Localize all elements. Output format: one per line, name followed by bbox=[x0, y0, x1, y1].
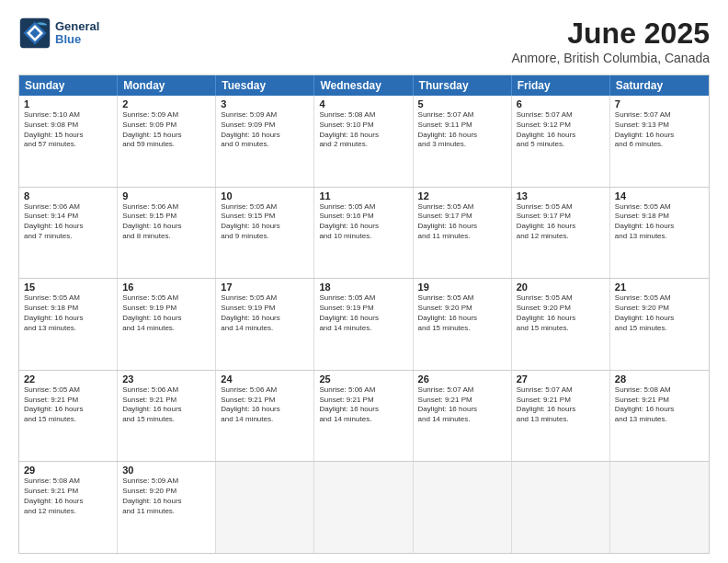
header-day-friday: Friday bbox=[512, 75, 610, 96]
day-info: Sunrise: 5:07 AM Sunset: 9:13 PM Dayligh… bbox=[615, 110, 704, 150]
cal-cell-day-14: 14Sunrise: 5:05 AM Sunset: 9:18 PM Dayli… bbox=[610, 188, 709, 279]
day-number: 3 bbox=[221, 98, 309, 109]
day-info: Sunrise: 5:05 AM Sunset: 9:15 PM Dayligh… bbox=[221, 202, 309, 242]
cal-cell-day-17: 17Sunrise: 5:05 AM Sunset: 9:19 PM Dayli… bbox=[216, 279, 314, 370]
day-number: 22 bbox=[24, 373, 112, 385]
day-number: 24 bbox=[221, 373, 309, 385]
cal-cell-day-1: 1Sunrise: 5:10 AM Sunset: 9:08 PM Daylig… bbox=[19, 96, 118, 187]
cal-cell-day-21: 21Sunrise: 5:05 AM Sunset: 9:20 PM Dayli… bbox=[610, 279, 709, 370]
day-number: 15 bbox=[24, 282, 112, 293]
cal-cell-day-27: 27Sunrise: 5:07 AM Sunset: 9:21 PM Dayli… bbox=[512, 371, 610, 462]
cal-cell-empty bbox=[414, 462, 512, 553]
day-number: 26 bbox=[418, 373, 506, 385]
cal-cell-day-24: 24Sunrise: 5:06 AM Sunset: 9:21 PM Dayli… bbox=[216, 371, 314, 462]
cal-cell-empty bbox=[216, 462, 314, 553]
day-number: 8 bbox=[24, 190, 112, 201]
day-info: Sunrise: 5:06 AM Sunset: 9:21 PM Dayligh… bbox=[122, 385, 210, 425]
day-number: 27 bbox=[517, 373, 605, 385]
cal-cell-day-28: 28Sunrise: 5:08 AM Sunset: 9:21 PM Dayli… bbox=[610, 371, 709, 462]
day-info: Sunrise: 5:09 AM Sunset: 9:09 PM Dayligh… bbox=[122, 110, 210, 150]
day-info: Sunrise: 5:07 AM Sunset: 9:11 PM Dayligh… bbox=[418, 110, 506, 150]
cal-cell-day-29: 29Sunrise: 5:08 AM Sunset: 9:21 PM Dayli… bbox=[19, 462, 118, 553]
day-info: Sunrise: 5:05 AM Sunset: 9:19 PM Dayligh… bbox=[319, 293, 407, 333]
day-number: 12 bbox=[418, 190, 506, 201]
cal-cell-day-5: 5Sunrise: 5:07 AM Sunset: 9:11 PM Daylig… bbox=[414, 96, 512, 187]
logo-text: General Blue bbox=[55, 20, 99, 47]
day-info: Sunrise: 5:05 AM Sunset: 9:20 PM Dayligh… bbox=[418, 293, 506, 333]
day-number: 11 bbox=[319, 190, 407, 201]
day-info: Sunrise: 5:06 AM Sunset: 9:21 PM Dayligh… bbox=[319, 385, 407, 425]
cal-cell-day-8: 8Sunrise: 5:06 AM Sunset: 9:14 PM Daylig… bbox=[19, 188, 118, 279]
cal-week-3: 15Sunrise: 5:05 AM Sunset: 9:18 PM Dayli… bbox=[19, 278, 709, 370]
cal-cell-day-7: 7Sunrise: 5:07 AM Sunset: 9:13 PM Daylig… bbox=[610, 96, 709, 187]
day-info: Sunrise: 5:05 AM Sunset: 9:16 PM Dayligh… bbox=[319, 202, 407, 242]
day-number: 10 bbox=[221, 190, 309, 201]
cal-cell-day-20: 20Sunrise: 5:05 AM Sunset: 9:20 PM Dayli… bbox=[512, 279, 610, 370]
cal-week-2: 8Sunrise: 5:06 AM Sunset: 9:14 PM Daylig… bbox=[19, 187, 709, 279]
day-number: 28 bbox=[615, 373, 704, 385]
logo-line1: General bbox=[55, 19, 99, 33]
header-day-tuesday: Tuesday bbox=[216, 75, 314, 96]
cal-cell-day-2: 2Sunrise: 5:09 AM Sunset: 9:09 PM Daylig… bbox=[118, 96, 216, 187]
cal-cell-empty bbox=[512, 462, 610, 553]
cal-cell-empty bbox=[610, 462, 709, 553]
cal-cell-day-23: 23Sunrise: 5:06 AM Sunset: 9:21 PM Dayli… bbox=[118, 371, 216, 462]
cal-week-5: 29Sunrise: 5:08 AM Sunset: 9:21 PM Dayli… bbox=[19, 461, 709, 553]
calendar-header: SundayMondayTuesdayWednesdayThursdayFrid… bbox=[19, 75, 709, 96]
day-info: Sunrise: 5:08 AM Sunset: 9:21 PM Dayligh… bbox=[615, 385, 704, 425]
day-number: 13 bbox=[517, 190, 605, 201]
cal-cell-day-6: 6Sunrise: 5:07 AM Sunset: 9:12 PM Daylig… bbox=[512, 96, 610, 187]
day-number: 18 bbox=[319, 282, 407, 293]
day-number: 25 bbox=[319, 373, 407, 385]
header-day-sunday: Sunday bbox=[19, 75, 118, 96]
cal-cell-day-26: 26Sunrise: 5:07 AM Sunset: 9:21 PM Dayli… bbox=[414, 371, 512, 462]
cal-week-1: 1Sunrise: 5:10 AM Sunset: 9:08 PM Daylig… bbox=[19, 96, 709, 187]
day-number: 23 bbox=[122, 373, 210, 385]
day-info: Sunrise: 5:05 AM Sunset: 9:17 PM Dayligh… bbox=[418, 202, 506, 242]
cal-cell-day-9: 9Sunrise: 5:06 AM Sunset: 9:15 PM Daylig… bbox=[118, 188, 216, 279]
cal-week-4: 22Sunrise: 5:05 AM Sunset: 9:21 PM Dayli… bbox=[19, 370, 709, 462]
day-info: Sunrise: 5:08 AM Sunset: 9:10 PM Dayligh… bbox=[319, 110, 407, 150]
header-day-wednesday: Wednesday bbox=[314, 75, 413, 96]
day-info: Sunrise: 5:07 AM Sunset: 9:21 PM Dayligh… bbox=[517, 385, 605, 425]
page: General Blue June 2025 Anmore, British C… bbox=[0, 0, 728, 563]
cal-cell-day-11: 11Sunrise: 5:05 AM Sunset: 9:16 PM Dayli… bbox=[314, 188, 413, 279]
cal-cell-day-30: 30Sunrise: 5:09 AM Sunset: 9:20 PM Dayli… bbox=[118, 462, 216, 553]
day-number: 17 bbox=[221, 282, 309, 293]
day-number: 5 bbox=[418, 98, 506, 109]
day-number: 16 bbox=[122, 282, 210, 293]
cal-cell-day-18: 18Sunrise: 5:05 AM Sunset: 9:19 PM Dayli… bbox=[314, 279, 413, 370]
day-info: Sunrise: 5:05 AM Sunset: 9:17 PM Dayligh… bbox=[517, 202, 605, 242]
day-info: Sunrise: 5:07 AM Sunset: 9:21 PM Dayligh… bbox=[418, 385, 506, 425]
header-day-thursday: Thursday bbox=[414, 75, 512, 96]
day-info: Sunrise: 5:06 AM Sunset: 9:14 PM Dayligh… bbox=[24, 202, 112, 242]
day-info: Sunrise: 5:10 AM Sunset: 9:08 PM Dayligh… bbox=[24, 110, 112, 150]
day-info: Sunrise: 5:05 AM Sunset: 9:19 PM Dayligh… bbox=[122, 293, 210, 333]
cal-cell-day-13: 13Sunrise: 5:05 AM Sunset: 9:17 PM Dayli… bbox=[512, 188, 610, 279]
header: General Blue June 2025 Anmore, British C… bbox=[18, 17, 710, 65]
cal-cell-day-25: 25Sunrise: 5:06 AM Sunset: 9:21 PM Dayli… bbox=[314, 371, 413, 462]
cal-cell-day-10: 10Sunrise: 5:05 AM Sunset: 9:15 PM Dayli… bbox=[216, 188, 314, 279]
title-area: June 2025 Anmore, British Columbia, Cana… bbox=[511, 17, 710, 65]
month-title: June 2025 bbox=[511, 17, 710, 51]
cal-cell-day-22: 22Sunrise: 5:05 AM Sunset: 9:21 PM Dayli… bbox=[19, 371, 118, 462]
header-day-saturday: Saturday bbox=[610, 75, 709, 96]
cal-cell-day-16: 16Sunrise: 5:05 AM Sunset: 9:19 PM Dayli… bbox=[118, 279, 216, 370]
day-info: Sunrise: 5:08 AM Sunset: 9:21 PM Dayligh… bbox=[24, 477, 112, 516]
calendar: SundayMondayTuesdayWednesdayThursdayFrid… bbox=[18, 75, 710, 554]
day-number: 14 bbox=[615, 190, 704, 201]
day-number: 7 bbox=[615, 98, 704, 109]
cal-cell-day-19: 19Sunrise: 5:05 AM Sunset: 9:20 PM Dayli… bbox=[414, 279, 512, 370]
day-info: Sunrise: 5:06 AM Sunset: 9:21 PM Dayligh… bbox=[221, 385, 309, 425]
cal-cell-empty bbox=[314, 462, 413, 553]
logo: General Blue bbox=[18, 17, 99, 50]
logo-icon bbox=[18, 17, 51, 50]
logo-line2: Blue bbox=[55, 32, 81, 46]
day-info: Sunrise: 5:05 AM Sunset: 9:20 PM Dayligh… bbox=[615, 293, 704, 333]
day-number: 20 bbox=[517, 282, 605, 293]
day-info: Sunrise: 5:09 AM Sunset: 9:09 PM Dayligh… bbox=[221, 110, 309, 150]
cal-cell-day-15: 15Sunrise: 5:05 AM Sunset: 9:18 PM Dayli… bbox=[19, 279, 118, 370]
day-number: 30 bbox=[122, 465, 210, 476]
day-number: 29 bbox=[24, 465, 112, 476]
day-number: 2 bbox=[122, 98, 210, 109]
